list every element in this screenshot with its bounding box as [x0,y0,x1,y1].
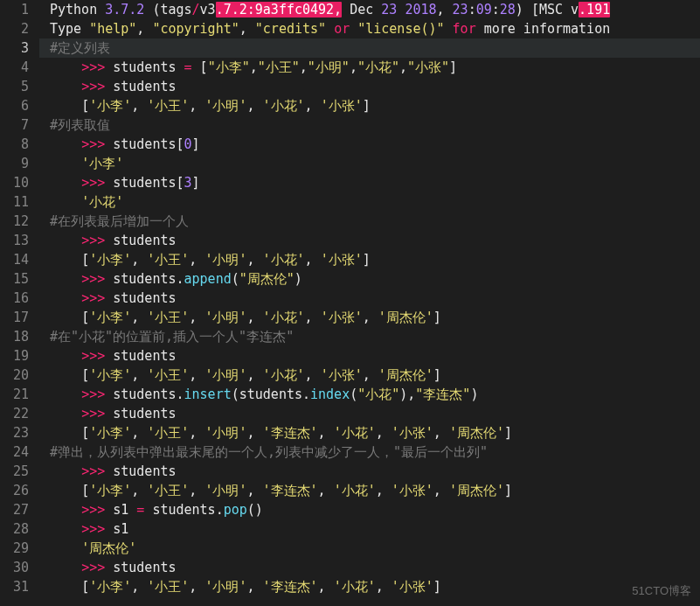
token-id: , [131,98,147,114]
token-str: '小明' [204,252,246,268]
token-str: '小王' [147,252,189,268]
token-str: '小明' [204,310,246,325]
line-number: 29 [9,539,29,558]
code-line[interactable]: ['小李', '小王', '小明', '小花', '小张', '周杰伦'] [39,308,700,327]
token-com: #定义列表 [50,40,110,56]
code-line[interactable]: >>> students[3] [39,173,700,192]
token-str: '小明' [204,579,246,595]
token-id: , [300,59,308,75]
token-id: ] [504,425,512,441]
token-id: ) [MSC v [516,2,579,17]
token-id: ( [232,271,239,287]
token-str: '小花' [81,194,123,210]
line-number: 9 [9,154,29,173]
token-id: v3 [200,2,216,17]
code-line[interactable]: >>> students [39,404,700,423]
code-line[interactable]: >>> students = ["小李","小王","小明","小花","小张"… [39,58,700,77]
line-number: 19 [9,346,29,366]
token-id: ] [433,367,441,383]
token-id: , [437,2,453,17]
token-str: '小李' [89,310,131,325]
token-fn: index [310,387,350,402]
token-id: students [113,233,176,248]
token-id: students[ [113,136,184,152]
token-str: '周杰伦' [378,310,433,325]
token-com: #列表取值 [50,117,110,133]
code-line[interactable]: '小花' [39,192,700,212]
token-str: '李连杰' [263,483,318,498]
token-id: [ [81,310,89,325]
token-id: , [189,367,204,383]
token-id: ] [363,252,371,268]
token-id: (students. [232,387,310,402]
line-number: 1 [9,0,29,19]
code-line[interactable]: >>> students[0] [39,135,700,154]
code-line[interactable]: #弹出，从列表中弹出最末尾的一个人,列表中减少了一人，"最后一个出列" [39,442,700,462]
token-com: #弹出，从列表中弹出最末尾的一个人,列表中减少了一人，"最后一个出列" [50,444,488,460]
code-line[interactable]: #在列表最后增加一个人 [39,212,700,231]
token-id: , [305,310,321,325]
token-id: students [113,560,176,575]
code-line[interactable]: #在"小花"的位置前,插入一个人"李连杰" [39,327,700,346]
line-number: 4 [9,58,29,77]
code-line[interactable]: ['小李', '小王', '小明', '李连杰', '小花', '小张', '周… [39,481,700,500]
token-str: '周杰伦' [378,367,433,383]
code-editor[interactable]: 1234567891011121314151617181920212223242… [0,0,700,606]
token-id: , [189,98,204,114]
token-num: 23 [453,2,468,17]
code-line[interactable]: ['小李', '小王', '小明', '小花', '小张', '周杰伦'] [39,366,700,385]
line-number: 30 [9,558,29,577]
code-line[interactable]: >>> s1 [39,519,700,539]
token-id: , [433,483,449,498]
code-line[interactable]: '小李' [39,154,700,173]
token-id: ] [433,579,441,595]
token-num: 28 [500,2,516,17]
token-op: >>> [81,233,113,248]
code-line[interactable]: >>> students [39,289,700,308]
token-id: , [363,310,378,325]
line-number: 18 [9,327,29,346]
code-line[interactable]: >>> students [39,346,700,366]
code-line[interactable]: ['小李', '小王', '小明', '小花', '小张'] [39,96,700,115]
code-line[interactable]: '周杰伦' [39,539,700,558]
code-line[interactable]: ['小李', '小王', '小明', '李连杰', '小花', '小张'] [39,577,700,596]
token-str: "小李" [208,59,250,75]
line-number: 16 [9,289,29,308]
line-number: 7 [9,115,29,135]
code-area[interactable]: Python 3.7.2 (tags/v3.7.2:9a3ffc0492, De… [39,0,700,606]
token-str: "小张" [407,59,449,75]
token-num: 0 [184,136,192,152]
code-line[interactable]: Type "help", "copyright", "credits" or "… [39,19,700,38]
line-number: 13 [9,231,29,250]
code-line[interactable]: >>> s1 = students.pop() [39,500,700,519]
line-number: 25 [9,462,29,481]
code-line[interactable]: >>> students.append("周杰伦") [39,269,700,289]
code-line[interactable]: #列表取值 [39,115,700,135]
token-hl: .191 [579,2,610,17]
line-number: 15 [9,269,29,289]
code-line[interactable]: #定义列表 [39,38,700,58]
code-line[interactable]: >>> students [39,77,700,96]
code-line[interactable]: ['小李', '小王', '小明', '李连杰', '小花', '小张', '周… [39,423,700,442]
code-line[interactable]: >>> students [39,558,700,577]
token-str: '小张' [321,310,363,325]
token-str: '小明' [204,98,246,114]
token-str: '小李' [89,98,131,114]
token-id: students [113,290,176,306]
token-id: ( [350,387,357,402]
token-str: '小张' [321,367,363,383]
line-number: 22 [9,404,29,423]
token-id: , [189,579,204,595]
token-id: ] [363,98,371,114]
line-number: 27 [9,500,29,519]
token-id: [ [81,483,89,498]
token-kw: / [192,2,200,17]
token-id: , [250,59,258,75]
token-id: , [246,483,262,498]
token-id: , [189,483,204,498]
code-line[interactable]: >>> students [39,462,700,481]
code-line[interactable]: Python 3.7.2 (tags/v3.7.2:9a3ffc0492, De… [39,0,700,19]
code-line[interactable]: >>> students [39,231,700,250]
code-line[interactable]: ['小李', '小王', '小明', '小花', '小张'] [39,250,700,269]
code-line[interactable]: >>> students.insert(students.index("小花")… [39,385,700,404]
